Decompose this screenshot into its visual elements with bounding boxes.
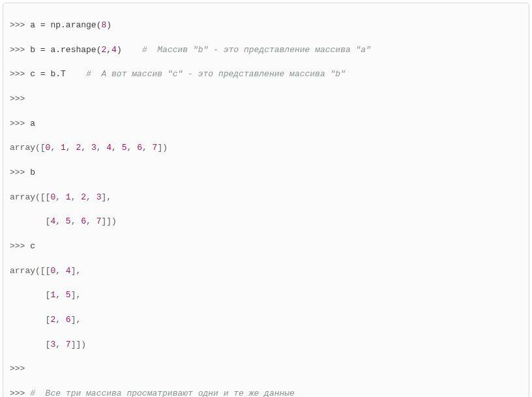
- output-line: [2, 6],: [10, 314, 522, 327]
- code-text: b: [30, 168, 35, 177]
- sep: ,: [71, 216, 81, 226]
- number-literal: 5: [66, 290, 71, 300]
- sep: ,: [96, 143, 107, 153]
- code-text: c = b.T: [30, 69, 66, 79]
- output-text: [: [10, 340, 50, 349]
- output-text: array([: [10, 143, 46, 153]
- comment: # Массив "b" - это представление массива…: [142, 45, 371, 55]
- number-literal: 3: [91, 143, 96, 153]
- repl-prompt: >>>: [10, 20, 30, 30]
- output-text: array([[: [10, 192, 50, 202]
- sep: ,: [55, 340, 66, 349]
- output-text: ]]): [102, 216, 117, 226]
- code-line: >>>: [10, 93, 522, 106]
- code-text: ): [106, 20, 111, 30]
- sep: ,: [111, 143, 122, 153]
- sep: ,: [86, 192, 96, 202]
- sep: ,: [142, 143, 153, 153]
- code-line: >>> a = np.arange(8): [10, 20, 522, 32]
- sep: ,: [55, 216, 66, 226]
- number-literal: 6: [66, 315, 71, 325]
- number-literal: 3: [96, 192, 102, 202]
- output-text: [: [10, 216, 50, 226]
- code-line: >>> b = a.reshape(2,4) # Массив "b" - эт…: [10, 44, 522, 57]
- code-text: ): [117, 45, 122, 55]
- sep: ,: [86, 216, 96, 226]
- sep: ,: [66, 143, 76, 153]
- output-line: array([0, 1, 2, 3, 4, 5, 6, 7]): [10, 142, 522, 154]
- output-text: ]): [157, 143, 168, 153]
- repl-prompt: >>>: [10, 45, 30, 55]
- number-literal: 5: [122, 143, 127, 153]
- repl-prompt: >>>: [10, 69, 30, 79]
- code-line: >>> c: [10, 241, 522, 253]
- sep: ,: [127, 143, 138, 153]
- sep: ,: [55, 290, 66, 300]
- repl-prompt: >>>: [10, 119, 30, 128]
- output-text: ],: [102, 192, 112, 202]
- code-text: b = a.reshape(: [30, 45, 101, 55]
- code-line: >>> b: [10, 167, 522, 179]
- code-line: >>>: [10, 363, 522, 375]
- code-text: c: [30, 241, 35, 251]
- output-line: array([[0, 4],: [10, 265, 522, 278]
- repl-prompt: >>>: [10, 389, 30, 397]
- output-text: ],: [71, 315, 81, 325]
- comment: # А вот массив "c" - это представление м…: [86, 69, 346, 79]
- output-text: array([[: [10, 266, 50, 276]
- spacing: [66, 69, 86, 79]
- number-literal: 6: [81, 216, 86, 226]
- output-text: ]]): [71, 340, 86, 349]
- code-line: >>> # Все три массива просматривают одни…: [10, 388, 522, 397]
- output-text: ],: [71, 266, 81, 276]
- number-literal: 4: [111, 45, 117, 55]
- number-literal: 5: [66, 216, 71, 226]
- repl-prompt: >>>: [10, 168, 30, 177]
- sep: ,: [50, 143, 61, 153]
- number-literal: 1: [66, 192, 71, 202]
- output-line: [3, 7]]): [10, 339, 522, 351]
- comment: # Все три массива просматривают одни и т…: [30, 389, 295, 397]
- number-literal: 4: [106, 143, 111, 153]
- number-literal: 4: [66, 266, 71, 276]
- output-line: array([[0, 1, 2, 3],: [10, 192, 522, 204]
- number-literal: 6: [137, 143, 142, 153]
- number-literal: 2: [81, 192, 86, 202]
- number-literal: 7: [66, 340, 71, 349]
- number-literal: 7: [96, 216, 102, 226]
- sep: ,: [55, 192, 66, 202]
- code-line: >>> c = b.T # А вот массив "c" - это пре…: [10, 68, 522, 81]
- output-text: ],: [71, 290, 81, 300]
- sep: ,: [55, 266, 66, 276]
- output-text: [: [10, 290, 50, 300]
- spacing: [122, 45, 142, 55]
- code-line: >>> a: [10, 118, 522, 130]
- repl-prompt: >>>: [10, 364, 30, 374]
- repl-prompt: >>>: [10, 94, 30, 104]
- code-text: a: [30, 119, 35, 128]
- output-line: [4, 5, 6, 7]]): [10, 216, 522, 228]
- number-literal: 1: [61, 143, 66, 153]
- code-text: ,: [106, 45, 111, 55]
- code-block: >>> a = np.arange(8) >>> b = a.reshape(2…: [3, 3, 529, 397]
- sep: ,: [55, 315, 66, 325]
- output-line: [1, 5],: [10, 289, 522, 302]
- output-text: [: [10, 315, 50, 325]
- sep: ,: [71, 192, 81, 202]
- sep: ,: [81, 143, 91, 153]
- code-text: a = np.arange(: [30, 20, 101, 30]
- repl-prompt: >>>: [10, 241, 30, 251]
